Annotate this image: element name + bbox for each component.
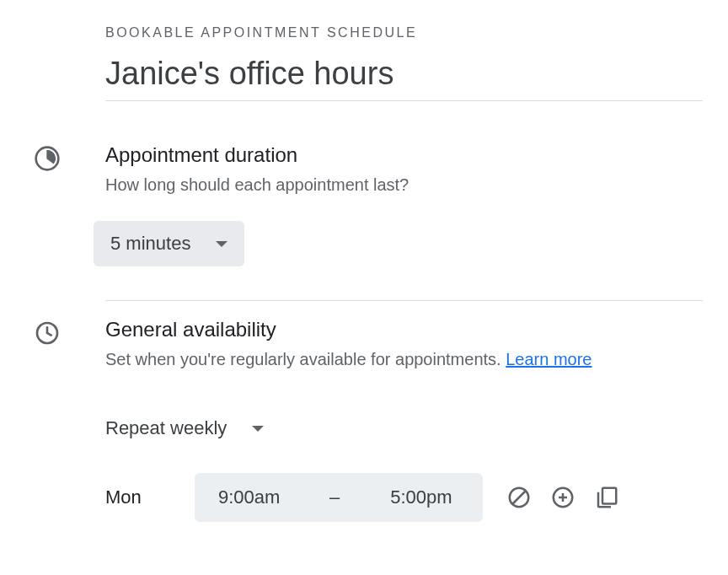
day-row: Mon – bbox=[105, 473, 703, 522]
svg-rect-6 bbox=[602, 488, 616, 504]
copy-icon[interactable] bbox=[594, 485, 619, 510]
chevron-down-icon bbox=[216, 241, 228, 247]
duration-selected: 5 minutes bbox=[110, 233, 190, 255]
repeat-dropdown[interactable]: Repeat weekly bbox=[105, 409, 264, 448]
svg-line-2 bbox=[513, 492, 526, 504]
timelapse-icon bbox=[34, 145, 61, 175]
start-time-input[interactable] bbox=[195, 481, 321, 513]
duration-dropdown[interactable]: 5 minutes bbox=[94, 221, 244, 266]
learn-more-link[interactable]: Learn more bbox=[506, 350, 592, 368]
overline-label: BOOKABLE APPOINTMENT SCHEDULE bbox=[105, 25, 703, 40]
time-range: – bbox=[195, 473, 483, 522]
day-label: Mon bbox=[105, 486, 195, 508]
end-time-input[interactable] bbox=[348, 481, 483, 513]
repeat-selected: Repeat weekly bbox=[105, 417, 227, 439]
chevron-down-icon bbox=[252, 426, 264, 432]
duration-title: Appointment duration bbox=[105, 143, 703, 167]
duration-desc: How long should each appointment last? bbox=[105, 172, 703, 197]
availability-title: General availability bbox=[105, 318, 703, 341]
clock-icon bbox=[34, 320, 61, 350]
divider bbox=[105, 300, 703, 301]
add-icon[interactable] bbox=[550, 485, 575, 510]
unavailable-icon[interactable] bbox=[506, 485, 532, 510]
schedule-title-input[interactable] bbox=[105, 56, 703, 101]
availability-desc: Set when you're regularly available for … bbox=[105, 350, 506, 368]
time-separator: – bbox=[321, 486, 348, 508]
